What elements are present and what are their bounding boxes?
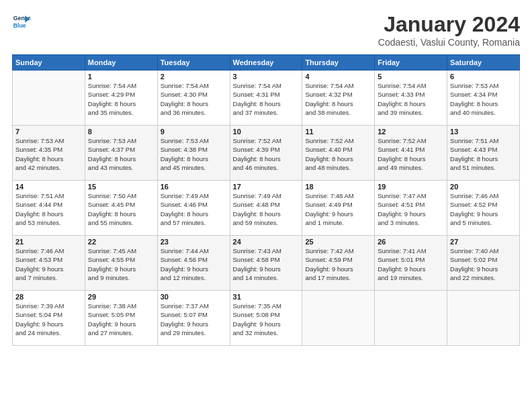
table-cell: 8Sunrise: 7:53 AM Sunset: 4:37 PM Daylig… bbox=[85, 126, 157, 181]
day-info: Sunrise: 7:43 AM Sunset: 4:58 PM Dayligh… bbox=[233, 246, 300, 282]
location-title: Codaesti, Vaslui County, Romania bbox=[378, 37, 520, 48]
table-cell: 12Sunrise: 7:52 AM Sunset: 4:41 PM Dayli… bbox=[375, 126, 447, 181]
table-cell: 23Sunrise: 7:44 AM Sunset: 4:56 PM Dayli… bbox=[157, 236, 230, 291]
day-number: 1 bbox=[88, 73, 154, 81]
table-cell: 13Sunrise: 7:51 AM Sunset: 4:43 PM Dayli… bbox=[447, 126, 520, 181]
header-friday: Friday bbox=[375, 55, 447, 71]
title-area: January 2024 Codaesti, Vaslui County, Ro… bbox=[378, 12, 520, 48]
day-info: Sunrise: 7:49 AM Sunset: 4:48 PM Dayligh… bbox=[233, 191, 300, 227]
table-cell: 25Sunrise: 7:42 AM Sunset: 4:59 PM Dayli… bbox=[302, 236, 375, 291]
header-tuesday: Tuesday bbox=[157, 55, 230, 71]
table-cell: 10Sunrise: 7:52 AM Sunset: 4:39 PM Dayli… bbox=[230, 126, 302, 181]
table-cell: 11Sunrise: 7:52 AM Sunset: 4:40 PM Dayli… bbox=[302, 126, 375, 181]
day-info: Sunrise: 7:54 AM Sunset: 4:31 PM Dayligh… bbox=[233, 81, 300, 117]
day-number: 28 bbox=[15, 293, 82, 301]
day-info: Sunrise: 7:38 AM Sunset: 5:05 PM Dayligh… bbox=[88, 302, 154, 337]
day-info: Sunrise: 7:46 AM Sunset: 4:52 PM Dayligh… bbox=[450, 191, 517, 227]
header-sunday: Sunday bbox=[13, 55, 85, 71]
day-info: Sunrise: 7:48 AM Sunset: 4:49 PM Dayligh… bbox=[305, 191, 371, 227]
day-number: 7 bbox=[15, 128, 82, 136]
day-info: Sunrise: 7:53 AM Sunset: 4:34 PM Dayligh… bbox=[450, 81, 517, 117]
table-cell: 31Sunrise: 7:35 AM Sunset: 5:08 PM Dayli… bbox=[230, 291, 302, 346]
day-info: Sunrise: 7:53 AM Sunset: 4:37 PM Dayligh… bbox=[88, 136, 154, 172]
table-cell: 4Sunrise: 7:54 AM Sunset: 4:32 PM Daylig… bbox=[302, 71, 375, 126]
weekday-header-row: Sunday Monday Tuesday Wednesday Thursday… bbox=[13, 55, 520, 71]
header-area: General Blue January 2024 Codaesti, Vasl… bbox=[12, 12, 520, 48]
week-row-1: 7Sunrise: 7:53 AM Sunset: 4:35 PM Daylig… bbox=[13, 126, 520, 181]
table-cell: 24Sunrise: 7:43 AM Sunset: 4:58 PM Dayli… bbox=[230, 236, 302, 291]
table-cell: 18Sunrise: 7:48 AM Sunset: 4:49 PM Dayli… bbox=[302, 181, 375, 236]
calendar-page: General Blue January 2024 Codaesti, Vasl… bbox=[0, 0, 532, 411]
table-cell: 26Sunrise: 7:41 AM Sunset: 5:01 PM Dayli… bbox=[375, 236, 447, 291]
day-number: 13 bbox=[450, 128, 517, 136]
day-number: 9 bbox=[161, 128, 227, 136]
day-info: Sunrise: 7:47 AM Sunset: 4:51 PM Dayligh… bbox=[378, 191, 444, 227]
header-saturday: Saturday bbox=[447, 55, 520, 71]
day-info: Sunrise: 7:42 AM Sunset: 4:59 PM Dayligh… bbox=[305, 246, 371, 282]
day-number: 16 bbox=[161, 183, 227, 191]
calendar-table: Sunday Monday Tuesday Wednesday Thursday… bbox=[12, 54, 520, 346]
table-cell: 1Sunrise: 7:54 AM Sunset: 4:29 PM Daylig… bbox=[85, 71, 157, 126]
day-info: Sunrise: 7:39 AM Sunset: 5:04 PM Dayligh… bbox=[15, 302, 82, 337]
day-info: Sunrise: 7:54 AM Sunset: 4:30 PM Dayligh… bbox=[161, 81, 227, 117]
day-info: Sunrise: 7:54 AM Sunset: 4:29 PM Dayligh… bbox=[88, 81, 154, 117]
header-monday: Monday bbox=[85, 55, 157, 71]
table-cell bbox=[13, 71, 85, 126]
day-info: Sunrise: 7:49 AM Sunset: 4:46 PM Dayligh… bbox=[161, 191, 227, 227]
table-cell: 17Sunrise: 7:49 AM Sunset: 4:48 PM Dayli… bbox=[230, 181, 302, 236]
table-cell: 3Sunrise: 7:54 AM Sunset: 4:31 PM Daylig… bbox=[230, 71, 302, 126]
table-cell: 30Sunrise: 7:37 AM Sunset: 5:07 PM Dayli… bbox=[157, 291, 230, 346]
table-cell: 29Sunrise: 7:38 AM Sunset: 5:05 PM Dayli… bbox=[85, 291, 157, 346]
day-number: 26 bbox=[378, 238, 444, 246]
day-number: 20 bbox=[450, 183, 517, 191]
table-cell: 2Sunrise: 7:54 AM Sunset: 4:30 PM Daylig… bbox=[157, 71, 230, 126]
day-number: 31 bbox=[233, 293, 300, 301]
day-number: 18 bbox=[305, 183, 371, 191]
table-cell: 6Sunrise: 7:53 AM Sunset: 4:34 PM Daylig… bbox=[447, 71, 520, 126]
table-cell: 9Sunrise: 7:53 AM Sunset: 4:38 PM Daylig… bbox=[157, 126, 230, 181]
day-info: Sunrise: 7:54 AM Sunset: 4:32 PM Dayligh… bbox=[305, 81, 371, 117]
day-info: Sunrise: 7:40 AM Sunset: 5:02 PM Dayligh… bbox=[450, 246, 517, 282]
day-number: 19 bbox=[378, 183, 444, 191]
day-number: 23 bbox=[161, 238, 227, 246]
day-info: Sunrise: 7:50 AM Sunset: 4:45 PM Dayligh… bbox=[88, 191, 154, 227]
day-number: 2 bbox=[161, 73, 227, 81]
week-row-0: 1Sunrise: 7:54 AM Sunset: 4:29 PM Daylig… bbox=[13, 71, 520, 126]
header-wednesday: Wednesday bbox=[230, 55, 302, 71]
day-info: Sunrise: 7:44 AM Sunset: 4:56 PM Dayligh… bbox=[161, 246, 227, 282]
day-info: Sunrise: 7:51 AM Sunset: 4:44 PM Dayligh… bbox=[15, 191, 82, 227]
day-info: Sunrise: 7:41 AM Sunset: 5:01 PM Dayligh… bbox=[378, 246, 444, 282]
header-thursday: Thursday bbox=[302, 55, 375, 71]
day-info: Sunrise: 7:52 AM Sunset: 4:40 PM Dayligh… bbox=[305, 136, 371, 172]
day-info: Sunrise: 7:35 AM Sunset: 5:08 PM Dayligh… bbox=[233, 302, 300, 337]
day-number: 4 bbox=[305, 73, 371, 81]
week-row-3: 21Sunrise: 7:46 AM Sunset: 4:53 PM Dayli… bbox=[13, 236, 520, 291]
logo-icon: General Blue bbox=[12, 12, 31, 31]
day-info: Sunrise: 7:54 AM Sunset: 4:33 PM Dayligh… bbox=[378, 81, 444, 117]
day-info: Sunrise: 7:53 AM Sunset: 4:35 PM Dayligh… bbox=[15, 136, 82, 172]
day-info: Sunrise: 7:52 AM Sunset: 4:39 PM Dayligh… bbox=[233, 136, 300, 172]
table-cell: 14Sunrise: 7:51 AM Sunset: 4:44 PM Dayli… bbox=[13, 181, 85, 236]
week-row-4: 28Sunrise: 7:39 AM Sunset: 5:04 PM Dayli… bbox=[13, 291, 520, 346]
day-number: 21 bbox=[15, 238, 82, 246]
day-number: 14 bbox=[15, 183, 82, 191]
table-cell bbox=[447, 291, 520, 346]
table-cell: 19Sunrise: 7:47 AM Sunset: 4:51 PM Dayli… bbox=[375, 181, 447, 236]
day-number: 12 bbox=[378, 128, 444, 136]
day-number: 27 bbox=[450, 238, 517, 246]
svg-text:Blue: Blue bbox=[13, 22, 26, 29]
table-cell: 22Sunrise: 7:45 AM Sunset: 4:55 PM Dayli… bbox=[85, 236, 157, 291]
table-cell: 20Sunrise: 7:46 AM Sunset: 4:52 PM Dayli… bbox=[447, 181, 520, 236]
day-number: 8 bbox=[88, 128, 154, 136]
day-number: 30 bbox=[161, 293, 227, 301]
month-title: January 2024 bbox=[378, 12, 520, 37]
day-number: 10 bbox=[233, 128, 300, 136]
table-cell: 21Sunrise: 7:46 AM Sunset: 4:53 PM Dayli… bbox=[13, 236, 85, 291]
day-number: 5 bbox=[378, 73, 444, 81]
day-info: Sunrise: 7:53 AM Sunset: 4:38 PM Dayligh… bbox=[161, 136, 227, 172]
table-cell: 15Sunrise: 7:50 AM Sunset: 4:45 PM Dayli… bbox=[85, 181, 157, 236]
day-number: 24 bbox=[233, 238, 300, 246]
day-number: 6 bbox=[450, 73, 517, 81]
day-number: 11 bbox=[305, 128, 371, 136]
day-number: 15 bbox=[88, 183, 154, 191]
